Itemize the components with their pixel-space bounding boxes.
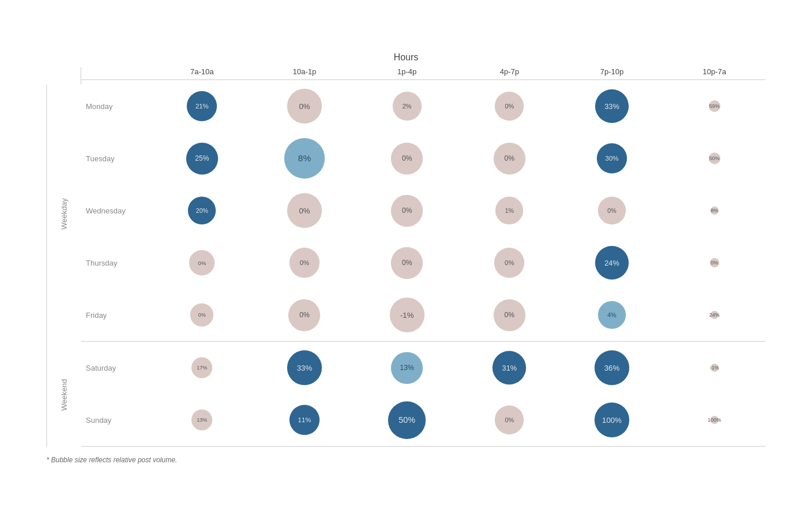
bubble: 8% xyxy=(710,206,719,215)
bubble: 50% xyxy=(388,401,426,439)
row-label-monday: Monday xyxy=(81,102,151,111)
row-group-weekend: Saturday17%33%13%31%36%-1%Sunday13%11%50… xyxy=(81,342,766,447)
bubble: 1% xyxy=(495,197,523,224)
cell: 0% xyxy=(151,303,253,327)
bubble: 0% xyxy=(494,248,524,278)
cell: 0% xyxy=(253,193,356,228)
bubble: 0% xyxy=(494,143,525,175)
bubble: 8% xyxy=(284,138,325,179)
bubble: 0% xyxy=(189,250,215,276)
cell: 31% xyxy=(458,351,561,385)
bubble: 0% xyxy=(495,92,524,121)
cell: 0% xyxy=(458,299,561,331)
cell: 0% xyxy=(458,92,561,121)
row-label-sunday: Sunday xyxy=(81,416,151,425)
bubble: -1% xyxy=(710,364,719,372)
cell: 4% xyxy=(561,301,664,329)
cell: 0% xyxy=(356,195,458,227)
bubble: 0% xyxy=(288,299,320,331)
cell: 25% xyxy=(151,143,253,175)
cell: 0% xyxy=(458,143,561,175)
bubble: 25% xyxy=(186,143,218,175)
data-rows: Monday21%0%2%0%33%59%Tuesday25%8%0%0%30%… xyxy=(81,80,766,447)
bubble: 24% xyxy=(710,311,719,319)
cell: 13% xyxy=(151,409,253,430)
bubble: 0% xyxy=(287,193,322,228)
data-row: Wednesday20%0%0%1%0%8% xyxy=(81,184,766,237)
bubble: 0% xyxy=(598,197,626,224)
bubble: 21% xyxy=(187,91,217,121)
cell: 50% xyxy=(356,401,458,439)
cell: 24% xyxy=(663,311,766,319)
bubble: 0% xyxy=(289,248,320,278)
col-header: 7p-10p xyxy=(561,67,664,76)
col-header: 10p-7a xyxy=(663,67,766,76)
cell: 59% xyxy=(663,100,766,112)
col-header: 4p-7p xyxy=(458,67,561,76)
col-header: 1p-4p xyxy=(356,67,458,76)
cell: 33% xyxy=(561,89,664,123)
bubble: -1% xyxy=(390,298,425,332)
bubble: 100% xyxy=(594,403,629,437)
data-row: Monday21%0%2%0%33%59% xyxy=(81,80,766,132)
row-label-tuesday: Tuesday xyxy=(81,154,151,163)
cell: 30% xyxy=(561,143,664,173)
bubble: 4% xyxy=(598,301,626,329)
bubble: 24% xyxy=(595,246,629,280)
row-label-friday: Friday xyxy=(81,311,151,320)
data-row: Tuesday25%8%0%0%30%50% xyxy=(81,132,766,184)
col-header: 7a-10a xyxy=(151,67,253,76)
cell: 33% xyxy=(253,350,356,385)
data-row: Saturday17%33%13%31%36%-1% xyxy=(81,342,766,394)
chart-area: WeekdayWeekend 7a-10a10a-1p1p-4p4p-7p7p-… xyxy=(46,67,766,447)
row-label-saturday: Saturday xyxy=(81,364,151,372)
bubble: 11% xyxy=(289,405,320,435)
cell: 17% xyxy=(151,357,253,378)
chart-title: Hours xyxy=(46,52,766,63)
bubble: 13% xyxy=(191,409,212,430)
cell: 20% xyxy=(151,197,253,224)
bubble: 0% xyxy=(495,405,524,434)
cell: 0% xyxy=(356,143,458,175)
cell: 0% xyxy=(663,258,766,267)
cell: 0% xyxy=(458,405,561,434)
cell: 8% xyxy=(663,206,766,215)
bubble: 20% xyxy=(188,197,216,224)
y-group-label-weekday: Weekday xyxy=(46,85,81,343)
bubble: 50% xyxy=(709,153,720,164)
y-group-label-weekend: Weekend xyxy=(46,343,81,447)
cell: 50% xyxy=(663,153,766,164)
cell: -1% xyxy=(663,364,766,372)
cell: 21% xyxy=(151,91,253,121)
bubble: 30% xyxy=(597,143,627,173)
col-header: 10a-1p xyxy=(253,67,356,76)
cell: 13% xyxy=(356,352,458,384)
data-row: Friday0%0%-1%0%4%24% xyxy=(81,289,766,341)
chart-container: Hours WeekdayWeekend 7a-10a10a-1p1p-4p4p… xyxy=(23,41,789,481)
row-label-wednesday: Wednesday xyxy=(81,206,151,215)
cell: 8% xyxy=(253,138,356,179)
cell: 2% xyxy=(356,92,458,121)
bubble: 0% xyxy=(494,299,525,331)
row-label-thursday: Thursday xyxy=(81,259,151,267)
cell: 11% xyxy=(253,405,356,435)
row-group-weekday: Monday21%0%2%0%33%59%Tuesday25%8%0%0%30%… xyxy=(81,80,766,342)
bubble: 0% xyxy=(391,195,423,227)
bubble: 13% xyxy=(391,352,423,384)
bubble: 0% xyxy=(190,303,213,327)
bubble: 33% xyxy=(595,89,629,123)
data-row: Thursday0%0%0%0%24%0% xyxy=(81,237,766,289)
bubble: 0% xyxy=(287,89,322,124)
cell: 0% xyxy=(356,247,458,279)
cell: 0% xyxy=(253,299,356,331)
bubble: 2% xyxy=(393,92,422,121)
bubble: 17% xyxy=(191,357,212,378)
bubble: 100% xyxy=(710,416,719,424)
bubble: 33% xyxy=(287,350,322,385)
cell: 1% xyxy=(458,197,561,224)
cell: 0% xyxy=(561,197,664,224)
y-axis-labels: WeekdayWeekend xyxy=(46,67,81,447)
bubble: 59% xyxy=(709,100,720,112)
cell: 100% xyxy=(561,403,664,437)
footnote: * Bubble size reflects relative post vol… xyxy=(46,456,766,464)
